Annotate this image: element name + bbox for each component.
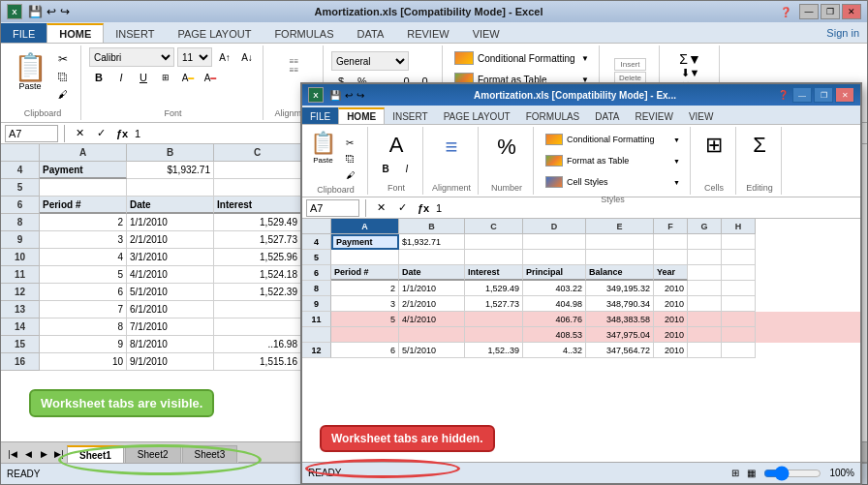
cell-C12-1[interactable]: 1,522.39 xyxy=(214,284,301,301)
number-format-select-1[interactable]: General xyxy=(331,51,409,71)
tab-home-1[interactable]: HOME xyxy=(46,23,104,43)
tab-review-1[interactable]: REVIEW xyxy=(395,23,460,43)
col-header-E-2[interactable]: E xyxy=(586,219,654,234)
cell-E5-2[interactable] xyxy=(586,250,654,265)
cell-A5-1[interactable] xyxy=(40,179,127,197)
cell-A6-1[interactable]: Period # xyxy=(40,197,127,214)
cell-A12-2[interactable]: 6 xyxy=(331,343,399,358)
tab-formulas-2[interactable]: FORMULAS xyxy=(518,107,588,124)
paste-button-1[interactable]: 📋 Paste xyxy=(11,47,49,98)
cell-A8-1[interactable]: 2 xyxy=(40,214,127,231)
cell-D12-2[interactable]: 4..32 xyxy=(523,343,586,358)
bold-btn-2[interactable]: B xyxy=(376,160,395,177)
cut-button-1[interactable]: ✂ xyxy=(51,51,75,67)
cell-G4-2[interactable] xyxy=(688,234,722,250)
grow-font-btn-1[interactable]: A↑ xyxy=(215,48,234,66)
col-header-A-1[interactable]: A xyxy=(40,144,127,162)
tab-review-2[interactable]: REVIEW xyxy=(627,107,680,124)
cut-button-2[interactable]: ✂ xyxy=(338,135,361,150)
restore-button-1[interactable]: ❐ xyxy=(821,4,840,19)
cell-C11-2[interactable] xyxy=(465,312,523,327)
cell-F11-2[interactable]: 2010 xyxy=(654,312,688,327)
cell-H11-2[interactable] xyxy=(722,312,756,327)
name-box-1[interactable] xyxy=(5,125,58,142)
cell-B9-1[interactable]: 2/1/2010 xyxy=(127,231,214,249)
cell-E9-2[interactable]: 348,790.34 xyxy=(586,296,654,312)
row-header-6-1[interactable]: 6 xyxy=(1,197,40,214)
cell-E8-2[interactable]: 349,195.32 xyxy=(586,281,654,296)
col-header-B-2[interactable]: B xyxy=(399,219,465,234)
cell-G11-2[interactable] xyxy=(688,312,722,327)
bold-button-1[interactable]: B xyxy=(89,69,108,86)
page-layout-icon-2[interactable]: ⊞ xyxy=(731,468,739,478)
cell-F5-2[interactable] xyxy=(654,250,688,265)
cell-F4-2[interactable] xyxy=(654,234,688,250)
cell-H6-2[interactable] xyxy=(722,265,756,281)
cell-D5-2[interactable] xyxy=(523,250,586,265)
row-header-13-1[interactable]: 13 xyxy=(1,301,40,318)
confirm-formula-icon-1[interactable]: ✓ xyxy=(92,125,109,142)
tab-insert-2[interactable]: INSERT xyxy=(385,107,436,124)
col-header-D-2[interactable]: D xyxy=(523,219,586,234)
redo-qat-icon-2[interactable]: ↪ xyxy=(356,90,364,101)
sign-in-link-1[interactable]: Sign in xyxy=(819,27,867,39)
cell-B11b-2[interactable] xyxy=(399,327,465,343)
col-header-B-1[interactable]: B xyxy=(127,144,214,162)
cell-B13-1[interactable]: 6/1/2010 xyxy=(127,301,214,318)
help-icon-2[interactable]: ❓ xyxy=(778,90,789,100)
format-table-btn-2[interactable]: Format as Table ▼ xyxy=(542,150,684,171)
confirm-formula-icon-2[interactable]: ✓ xyxy=(393,199,411,217)
redo-qat-icon[interactable]: ↪ xyxy=(60,5,70,18)
cancel-formula-icon-1[interactable]: ✕ xyxy=(71,125,88,142)
undo-qat-icon-2[interactable]: ↩ xyxy=(345,90,353,101)
cell-H11b-2[interactable] xyxy=(722,327,756,343)
row-header-5-1[interactable]: 5 xyxy=(1,179,40,197)
font-size-select-1[interactable]: 11 xyxy=(177,47,212,67)
cell-F8-2[interactable]: 2010 xyxy=(654,281,688,296)
cell-C10-1[interactable]: 1,525.96 xyxy=(214,249,301,266)
row-header-9-1[interactable]: 9 xyxy=(1,231,40,249)
normal-view-icon-2[interactable]: ▦ xyxy=(747,468,756,478)
cell-C6-2[interactable]: Interest xyxy=(465,265,523,281)
shrink-font-btn-1[interactable]: A↓ xyxy=(237,48,257,66)
cell-H9-2[interactable] xyxy=(722,296,756,312)
row-header-10-1[interactable]: 10 xyxy=(1,249,40,266)
cell-F12-2[interactable]: 2010 xyxy=(654,343,688,358)
cell-C15-1[interactable]: ..16.98 xyxy=(214,336,301,353)
cell-styles-btn-2[interactable]: Cell Styles ▼ xyxy=(542,171,684,193)
cell-D4-2[interactable] xyxy=(523,234,586,250)
sheet-nav-first-1[interactable]: |◀ xyxy=(5,445,20,463)
cell-A13-1[interactable]: 7 xyxy=(40,301,127,318)
cell-A14-1[interactable]: 8 xyxy=(40,318,127,336)
cell-D11b-2[interactable]: 408.53 xyxy=(523,327,586,343)
cell-B4-2[interactable]: $1,932.71 xyxy=(399,234,465,250)
cell-H12-2[interactable] xyxy=(722,343,756,358)
cell-C11b-2[interactable] xyxy=(465,327,523,343)
underline-button-1[interactable]: U xyxy=(134,69,153,86)
tab-data-1[interactable]: DATA xyxy=(346,23,396,43)
cell-D8-2[interactable]: 403.22 xyxy=(523,281,586,296)
cell-A4-2[interactable]: Payment xyxy=(331,234,399,250)
cell-C16-1[interactable]: 1,515.16 xyxy=(214,353,301,371)
col-header-A-2[interactable]: A xyxy=(331,219,399,234)
cell-B9-2[interactable]: 2/1/2010 xyxy=(399,296,465,312)
tab-view-1[interactable]: VIEW xyxy=(461,23,512,43)
tab-file-2[interactable]: FILE xyxy=(302,107,338,124)
close-button-1[interactable]: ✕ xyxy=(842,4,861,19)
cell-C5-1[interactable] xyxy=(214,179,301,197)
cell-D9-2[interactable]: 404.98 xyxy=(523,296,586,312)
cell-C9-1[interactable]: 1,527.73 xyxy=(214,231,301,249)
cell-A10-1[interactable]: 4 xyxy=(40,249,127,266)
row-header-4-2[interactable]: 4 xyxy=(302,234,331,250)
row-header-11-1[interactable]: 11 xyxy=(1,266,40,284)
tab-data-2[interactable]: DATA xyxy=(587,107,627,124)
font-name-select-1[interactable]: Calibri xyxy=(89,47,174,67)
cell-A11-1[interactable]: 5 xyxy=(40,266,127,284)
copy-button-2[interactable]: ⿻ xyxy=(338,151,361,167)
col-header-C-2[interactable]: C xyxy=(465,219,523,234)
cell-A9-1[interactable]: 3 xyxy=(40,231,127,249)
row-header-8-2[interactable]: 8 xyxy=(302,281,331,296)
cell-G11b-2[interactable] xyxy=(688,327,722,343)
paste-button-2[interactable]: 📋 Paste xyxy=(310,131,336,183)
cell-A15-1[interactable]: 9 xyxy=(40,336,127,353)
